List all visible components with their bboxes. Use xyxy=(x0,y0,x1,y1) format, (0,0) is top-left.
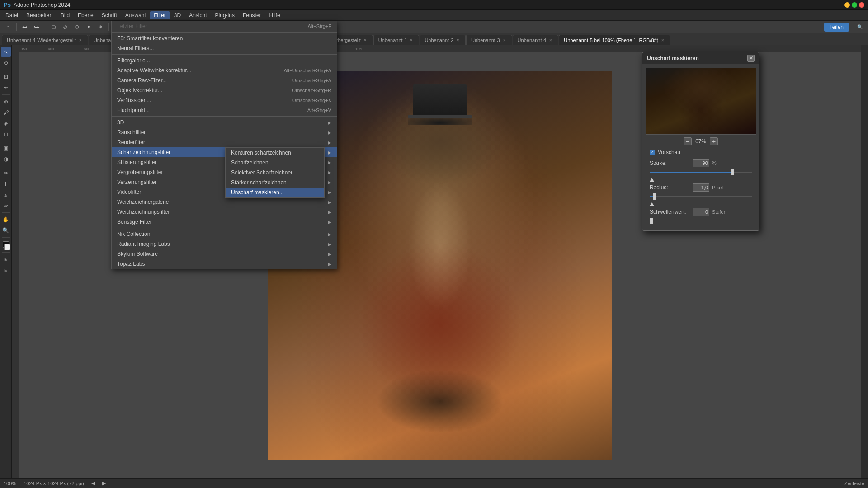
radius-unit: Pixel xyxy=(712,185,726,190)
arrow-scharf: ▶ xyxy=(328,150,331,155)
arrow-verzerr: ▶ xyxy=(328,180,331,185)
menu-objektiv[interactable]: Objektivkorrektur... Umschalt+Strg+R xyxy=(112,85,337,95)
schwellenwert-unit: Stufen xyxy=(712,209,726,215)
vorschau-row: ✓ Vorschau xyxy=(650,149,755,155)
menu-staerker[interactable]: Stärker scharfzeichnen xyxy=(226,178,324,188)
menu-weichzeichnungsfilter[interactable]: Weichzeichnungsfilter ▶ xyxy=(112,207,337,217)
menu-konturen[interactable]: Konturen scharfzeichnen xyxy=(226,148,324,158)
zoom-out-button[interactable]: − xyxy=(684,137,692,145)
staerke-row: Stärke: % xyxy=(650,159,752,167)
menu-convert-smart[interactable]: Für Smartfilter konvertieren xyxy=(112,33,337,43)
triangle-down-1 xyxy=(650,178,654,182)
radius-track xyxy=(650,196,752,197)
zoom-value: 67% xyxy=(695,138,706,145)
preview-inner xyxy=(646,68,756,134)
staerke-label: Stärke: xyxy=(650,160,690,166)
schwellenwert-section: Schwellenwert: Stufen xyxy=(646,208,755,224)
schwellenwert-track xyxy=(650,221,752,221)
sharpening-submenu: Konturen scharfzeichnen Scharfzeichnen S… xyxy=(225,147,325,198)
schwellenwert-slider-container xyxy=(650,218,752,224)
dialog-title: Unscharf maskieren xyxy=(647,55,699,61)
menu-3d[interactable]: 3D ▶ xyxy=(112,117,337,127)
arrow-3d: ▶ xyxy=(328,120,331,125)
staerke-fill xyxy=(650,172,732,173)
arrow-weich: ▶ xyxy=(328,210,331,215)
preview-canvas[interactable] xyxy=(646,68,756,135)
arrow-nik: ▶ xyxy=(328,232,331,237)
menu-unscharf-maskieren[interactable]: Unscharf maskieren... xyxy=(226,188,324,197)
schwellenwert-thumb[interactable] xyxy=(650,218,653,224)
radius-input[interactable] xyxy=(693,183,709,192)
menu-weichzeichnergalerie[interactable]: Weichzeichnergalerie ▶ xyxy=(112,197,337,207)
menu-sep-4 xyxy=(112,228,337,228)
zoom-in-button[interactable]: + xyxy=(710,137,718,145)
menu-nik-collection[interactable]: Nik Collection ▶ xyxy=(112,229,337,239)
menu-topaz[interactable]: Topaz Labs ▶ xyxy=(112,259,337,269)
menu-renderfilter[interactable]: Renderfilter ▶ xyxy=(112,137,337,147)
menu-sep-2 xyxy=(112,54,337,55)
arrow-rausch: ▶ xyxy=(328,130,331,135)
menu-verfluessigen[interactable]: Verflüssigen... Umschalt+Strg+X xyxy=(112,95,337,105)
staerke-slider-container xyxy=(650,169,752,175)
unscharf-dialog: Unscharf maskieren ✕ OK Abbrechen − 67% … xyxy=(642,52,760,231)
menu-neural-filters[interactable]: Neural Filters... xyxy=(112,43,337,53)
menu-camera-raw[interactable]: Camera Raw-Filter... Umschalt+Strg+A xyxy=(112,75,337,85)
radius-section: Radius: Pixel xyxy=(646,183,755,200)
menu-selektiv[interactable]: Selektiver Scharfzeichner... xyxy=(226,168,324,178)
arrow-vergro: ▶ xyxy=(328,170,331,175)
vorschau-checkbox[interactable]: ✓ xyxy=(650,150,655,155)
menu-scharfzeichnen[interactable]: Scharfzeichnen xyxy=(226,158,324,168)
schwellenwert-label: Schwellenwert: xyxy=(650,209,690,215)
menu-overlay: Letzter Filter Alt+Strg+F Für Smartfilte… xyxy=(0,0,868,488)
menu-adaptive-weitwinkel[interactable]: Adaptive Weitwinkelkorrektur... Alt+Umsc… xyxy=(112,66,337,75)
staerke-unit: % xyxy=(712,160,726,166)
menu-sep-3 xyxy=(112,116,337,117)
zoom-row: − 67% + xyxy=(646,137,755,145)
schwellenwert-row: Schwellenwert: Stufen xyxy=(650,208,752,216)
vorschau-label: Vorschau xyxy=(658,149,680,155)
radius-slider-container xyxy=(650,193,752,200)
filter-menu: Letzter Filter Alt+Strg+F Für Smartfilte… xyxy=(111,21,337,269)
menu-sep-1 xyxy=(112,32,337,33)
unscharf-titlebar: Unscharf maskieren ✕ xyxy=(642,52,759,64)
radius-label: Radius: xyxy=(650,184,690,191)
menu-radiant-imaging[interactable]: Radiant Imaging Labs ▶ xyxy=(112,239,337,249)
menu-skylum[interactable]: Skylum Software ▶ xyxy=(112,249,337,259)
menu-last-filter[interactable]: Letzter Filter Alt+Strg+F xyxy=(112,21,337,31)
menu-fluchtpunkt[interactable]: Fluchtpunkt... Alt+Strg+V xyxy=(112,105,337,115)
menu-rauschfilter[interactable]: Rauschfilter ▶ xyxy=(112,127,337,137)
arrow-radiant: ▶ xyxy=(328,242,331,247)
menu-sonstige-filter[interactable]: Sonstige Filter ▶ xyxy=(112,217,337,227)
arrow-skylum: ▶ xyxy=(328,252,331,257)
menu-filtergalerie[interactable]: Filtergalerie... xyxy=(112,56,337,66)
schwellenwert-input[interactable] xyxy=(693,208,709,216)
triangle-down-2 xyxy=(650,202,654,206)
staerke-input[interactable] xyxy=(693,159,709,167)
triangle-marker-1 xyxy=(650,178,755,182)
radius-row: Radius: Pixel xyxy=(650,183,752,192)
arrow-stil: ▶ xyxy=(328,160,331,165)
radius-thumb[interactable] xyxy=(653,193,656,200)
shortcut-last-filter: Alt+Strg+F xyxy=(307,23,331,29)
arrow-weichgal: ▶ xyxy=(328,200,331,205)
dialog-close-button[interactable]: ✕ xyxy=(747,55,755,62)
arrow-sonst: ▶ xyxy=(328,220,331,225)
staerke-section: Stärke: % xyxy=(646,159,755,175)
arrow-video: ▶ xyxy=(328,190,331,195)
staerke-thumb[interactable] xyxy=(731,169,734,175)
dialog-body: OK Abbrechen − 67% + ✓ Vorschau xyxy=(642,64,759,230)
arrow-topaz: ▶ xyxy=(328,262,331,267)
arrow-render: ▶ xyxy=(328,140,331,145)
triangle-marker-2 xyxy=(650,202,755,206)
